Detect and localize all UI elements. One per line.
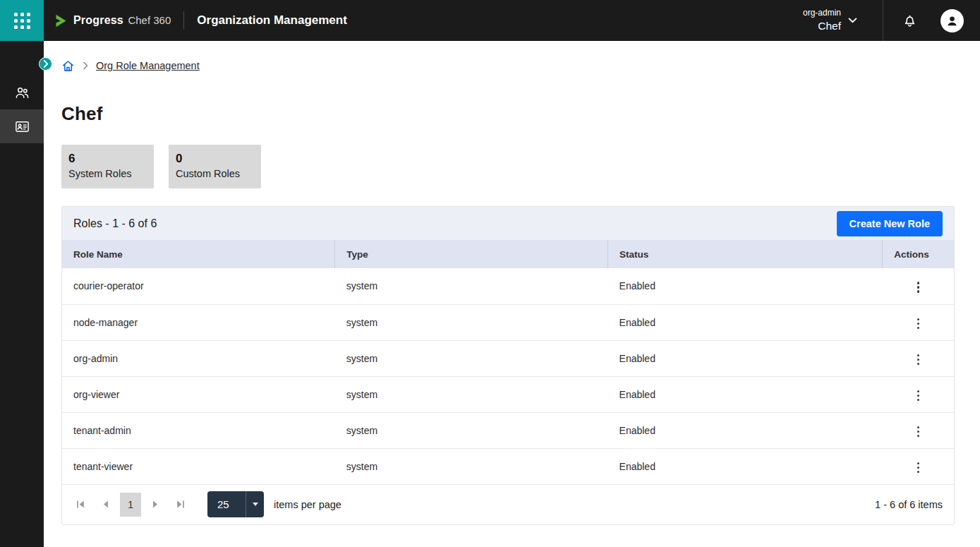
- table-row: org-admin system Enabled: [62, 340, 954, 376]
- table-row: org-viewer system Enabled: [62, 376, 954, 412]
- sidebar: [0, 41, 44, 547]
- breadcrumb: Org Role Management: [61, 56, 955, 75]
- roles-table: Role Name Type Status Actions courier-op…: [62, 240, 954, 485]
- chevron-down-icon: [848, 17, 857, 23]
- row-actions-kebab-button[interactable]: [911, 458, 926, 478]
- last-page-icon: [176, 500, 186, 509]
- cell-role-name: org-admin: [62, 340, 335, 376]
- app-root: Progress Chef 360 Organization Managemen…: [0, 0, 980, 547]
- breadcrumb-home-link[interactable]: [61, 59, 75, 73]
- progress-chevron-icon: [54, 13, 68, 28]
- stats-row: 6 System Roles 0 Custom Roles: [61, 145, 955, 188]
- stat-card-system-roles: 6 System Roles: [61, 145, 154, 188]
- sidebar-expand-button[interactable]: [39, 57, 52, 71]
- header-icons-group: [883, 0, 980, 41]
- cell-type: system: [335, 448, 608, 484]
- sidebar-item-org-roles[interactable]: [0, 109, 44, 143]
- users-icon: [14, 85, 30, 101]
- cell-role-name: org-viewer: [62, 376, 335, 412]
- column-header-type: Type: [335, 240, 608, 268]
- custom-roles-label: Custom Roles: [176, 168, 251, 179]
- main-content: Org Role Management Chef 6 System Roles …: [44, 41, 980, 547]
- sidebar-item-users[interactable]: [0, 76, 44, 109]
- brand-product-text: Chef 360: [128, 14, 171, 26]
- table-row: courier-operator system Enabled: [62, 268, 954, 304]
- previous-page-button[interactable]: [93, 492, 119, 517]
- cell-type: system: [335, 376, 608, 412]
- prev-page-icon: [102, 500, 109, 509]
- first-page-icon: [75, 500, 85, 509]
- app-launcher-button[interactable]: [0, 0, 44, 41]
- column-header-actions: Actions: [883, 240, 954, 268]
- last-page-button[interactable]: [168, 492, 193, 517]
- stat-card-custom-roles: 0 Custom Roles: [169, 145, 261, 188]
- system-roles-count: 6: [68, 152, 144, 166]
- row-actions-kebab-button[interactable]: [911, 277, 926, 297]
- next-page-icon: [152, 500, 159, 509]
- first-page-button[interactable]: [68, 492, 93, 517]
- roles-card-header: Roles - 1 - 6 of 6 Create New Role: [62, 207, 954, 240]
- avatar: [940, 9, 964, 32]
- column-header-role-name: Role Name: [62, 240, 335, 268]
- custom-roles-count: 0: [176, 152, 251, 166]
- current-page-button[interactable]: 1: [120, 493, 141, 517]
- app-title: Organization Management: [197, 13, 347, 28]
- cell-type: system: [335, 304, 608, 340]
- cell-status: Enabled: [608, 448, 883, 484]
- cell-status: Enabled: [608, 268, 883, 304]
- cell-status: Enabled: [608, 340, 883, 376]
- cell-status: Enabled: [608, 304, 883, 340]
- system-roles-label: System Roles: [68, 168, 144, 179]
- roles-card-title: Roles - 1 - 6 of 6: [73, 217, 157, 230]
- cell-role-name: tenant-admin: [62, 412, 335, 448]
- items-per-page-label: items per page: [274, 499, 341, 510]
- create-new-role-button[interactable]: Create New Role: [837, 211, 943, 236]
- chevron-separator-icon: [83, 61, 88, 70]
- page-size-select[interactable]: 25: [207, 491, 264, 517]
- topbar-divider: [183, 11, 184, 30]
- home-icon: [61, 59, 75, 73]
- brand-logo: Progress Chef 360: [54, 13, 171, 28]
- roles-card: Roles - 1 - 6 of 6 Create New Role Role …: [61, 206, 955, 525]
- row-actions-kebab-button[interactable]: [911, 350, 926, 370]
- top-bar: Progress Chef 360 Organization Managemen…: [0, 0, 980, 41]
- pagination-range-label: 1 - 6 of 6 items: [875, 499, 943, 510]
- profile-button[interactable]: [940, 9, 964, 32]
- cell-role-name: node-manager: [62, 304, 335, 340]
- account-role-label: org-admin: [803, 7, 841, 18]
- account-menu[interactable]: org-admin Chef: [803, 7, 857, 33]
- notifications-button[interactable]: [902, 13, 918, 29]
- cell-status: Enabled: [608, 412, 883, 448]
- role-badge-icon: [14, 119, 30, 135]
- cell-status: Enabled: [608, 376, 883, 412]
- row-actions-kebab-button[interactable]: [911, 422, 926, 442]
- cell-role-name: tenant-viewer: [62, 448, 335, 484]
- page-title: Chef: [61, 103, 955, 125]
- apps-grid-icon: [14, 13, 30, 29]
- page-size-value: 25: [207, 498, 246, 510]
- chevron-right-icon: [43, 60, 49, 68]
- bell-icon: [902, 13, 918, 29]
- cell-role-name: courier-operator: [62, 268, 335, 304]
- table-row: node-manager system Enabled: [62, 304, 954, 340]
- brand-progress-text: Progress: [73, 14, 123, 26]
- pagination-bar: 1 25: [62, 485, 954, 524]
- dropdown-caret-icon: [246, 491, 264, 517]
- next-page-button[interactable]: [143, 492, 168, 517]
- table-row: tenant-viewer system Enabled: [62, 448, 954, 484]
- account-org-label: Chef: [803, 19, 841, 34]
- column-header-status: Status: [608, 240, 883, 268]
- row-actions-kebab-button[interactable]: [911, 386, 926, 406]
- table-row: tenant-admin system Enabled: [62, 412, 954, 448]
- cell-type: system: [335, 412, 608, 448]
- cell-type: system: [335, 340, 608, 376]
- table-header-row: Role Name Type Status Actions: [62, 240, 954, 268]
- row-actions-kebab-button[interactable]: [911, 314, 926, 334]
- cell-type: system: [335, 268, 608, 304]
- avatar-icon: [945, 14, 959, 28]
- breadcrumb-org-role-management-link[interactable]: Org Role Management: [96, 60, 200, 71]
